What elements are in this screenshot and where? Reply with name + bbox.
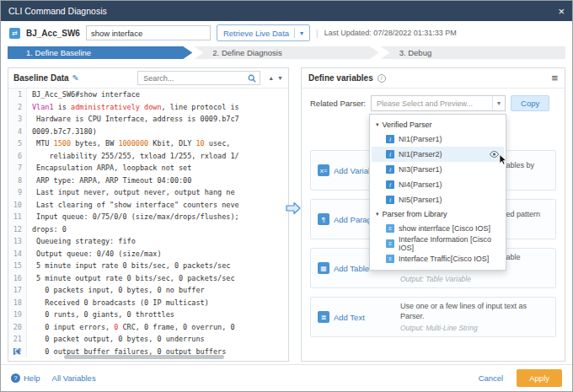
parser-option[interactable]: ≡Interface Traffic[Cisco IOS] [372, 251, 504, 266]
related-parser-placeholder: Please Select and Preview... [377, 99, 473, 108]
step-3[interactable]: 3. Debug [381, 46, 565, 59]
code-line: 2Vlan1 is administratively down, line pr… [8, 101, 288, 114]
close-icon[interactable]: × [558, 6, 565, 17]
help-label: Help [24, 373, 40, 383]
action-card: ≣Add TextUse one or a few lines of input… [310, 297, 556, 337]
parser-option[interactable]: iNI3(Parser1) [372, 162, 504, 177]
add-text-button[interactable]: ≣Add Text [318, 311, 392, 323]
define-variables-header: Define variables i ≡ [302, 68, 565, 89]
help-icon: ? [11, 373, 20, 383]
code-text: 5 minute input rate 0 bits/sec, 0 packet… [27, 260, 230, 272]
define-variables-title: Define variables [308, 73, 373, 83]
wizard-stepper: 1. Define Baseline2. Define Diagnosis3. … [1, 45, 572, 62]
code-line: 9 Last input never, output never, output… [8, 186, 288, 199]
search-nav: ▲ ▼ [268, 75, 283, 81]
parser-option-label: Interface Traffic[Cisco IOS] [399, 255, 489, 263]
code-line: 3 Hardware is CPU Interface, address is … [8, 113, 288, 126]
line-number: 10 [8, 199, 27, 212]
parser-option[interactable]: ≡show interrface [Cisco IOS] [372, 221, 504, 236]
footer: ? Help All Variables Cancel Apply [1, 364, 572, 391]
select-chevron-icon[interactable]: ▾ [492, 96, 505, 110]
cancel-button[interactable]: Cancel [479, 373, 504, 383]
command-input[interactable] [86, 25, 211, 40]
step-2[interactable]: 2. Define Diagnosis [194, 46, 378, 59]
code-line: 10 Last clearing of "show interface" cou… [8, 199, 288, 212]
parser-option[interactable]: iNI4(Parser1) [372, 177, 504, 192]
search-icon[interactable] [248, 74, 256, 83]
code-line: 15 5 minute input rate 0 bits/sec, 0 pac… [8, 260, 288, 272]
code-line: 8 ARP type: ARPA, ARP Timeout 04:00:00 [8, 175, 288, 187]
code-text: Last input never, output never, output h… [27, 186, 235, 199]
menu-icon[interactable]: ≡ [551, 72, 558, 84]
card-description: Use one or a few lines of input text as … [400, 301, 549, 321]
code-line: 21 0 packet output, 0 bytes, 0 underruns [8, 333, 288, 346]
baseline-code-editor[interactable]: 1BJ_Acc_SW6#show interface2Vlan1 is admi… [8, 89, 288, 361]
document-icon: ≡ [386, 255, 394, 263]
eye-icon[interactable] [490, 151, 499, 159]
line-number: 2 [8, 101, 27, 114]
parser-group-header[interactable]: ▾Verified Parser [372, 118, 504, 132]
help-link[interactable]: ? Help [11, 373, 40, 383]
parser-option[interactable]: iNI1(Parser2) [372, 147, 504, 162]
step-1[interactable]: 1. Define Baseline [8, 46, 192, 59]
line-number: 19 [8, 309, 27, 321]
code-line: 5 MTU 1500 bytes, BW 1000000 Kbit, DLY 1… [8, 137, 288, 150]
horizontal-scrollbar[interactable] [64, 355, 224, 359]
device-name: BJ_Acc_SW6 [26, 29, 80, 38]
apply-button[interactable]: Apply [517, 369, 562, 387]
search-input[interactable] [142, 73, 245, 83]
parser-option[interactable]: iNI1(Parser1) [372, 132, 504, 147]
document-icon: ≡ [386, 224, 394, 233]
code-text: Hardware is CPU Interface, address is 00… [27, 113, 239, 126]
last-updated-text: Last Updated: 07/28/2022 01:31:33 PM [324, 29, 457, 37]
code-line: 18 Received 0 broadcasts (0 IP multicast… [8, 297, 288, 309]
line-number: 5 [8, 137, 27, 150]
footer-actions: Cancel Apply [479, 369, 562, 387]
related-parser-dropdown: ▾Verified ParseriNI1(Parser1)iNI1(Parser… [369, 114, 506, 271]
parser-option-label: NI4(Parser1) [399, 180, 442, 189]
info-icon: i [378, 74, 386, 83]
dialog-title: CLI Command Diagnosis [8, 6, 107, 16]
parser-option[interactable]: iNI5(Parser1) [372, 192, 504, 207]
define-variables-body: Related Parser: Please Select and Previe… [302, 89, 565, 361]
line-number: 14 [8, 248, 27, 260]
parser-option-label: NI3(Parser1) [399, 165, 442, 174]
step-label: 3. Debug [399, 48, 432, 57]
line-number: 16 [8, 272, 27, 285]
chevron-down-icon[interactable]: ▾ [300, 30, 303, 37]
next-match-icon[interactable]: ▼ [277, 75, 283, 81]
parser-option[interactable]: ≡Interface Information [Cisco IOS] [372, 236, 504, 251]
code-text: Queueing strategy: fifo [27, 235, 136, 248]
line-number: 18 [8, 297, 27, 309]
code-text: MTU 1500 bytes, BW 1000000 Kbit, DLY 10 … [27, 137, 230, 150]
copy-button[interactable]: Copy [511, 95, 549, 111]
card-output: Output: Multi-Line String [400, 324, 549, 333]
baseline-title: Baseline Data [13, 73, 69, 83]
toolbar-divider: | [316, 29, 319, 38]
retrieve-live-data-button[interactable]: Retrieve Live Data ▾ [217, 24, 310, 41]
parser-option-label: show interrface [Cisco IOS] [399, 224, 490, 233]
related-parser-label: Related Parser: [310, 99, 366, 108]
collapse-left-icon[interactable] [13, 344, 21, 359]
code-text: Last clearing of "show interface" counte… [27, 199, 239, 212]
code-text: Encapsulation ARPA, loopback not set [27, 162, 191, 175]
related-parser-select[interactable]: Please Select and Preview... ▾ [371, 95, 506, 111]
parser-icon: i [386, 180, 394, 189]
code-line: 6 reliability 255/255, txload 1/255, rxl… [8, 150, 288, 163]
code-text: Vlan1 is administratively down, line pro… [27, 101, 239, 114]
edit-pencil-icon[interactable]: ✎ [72, 73, 79, 83]
code-line: 14 Output queue: 0/40 (size/max) [8, 248, 288, 260]
line-number: 11 [8, 211, 27, 223]
baseline-header: Baseline Data ✎ ▲ ▼ [8, 68, 288, 89]
line-number: 9 [8, 186, 27, 199]
prev-match-icon[interactable]: ▲ [268, 75, 274, 81]
transfer-arrow-icon [286, 201, 301, 218]
define-variables-panel: Define variables i ≡ Related Parser: Ple… [301, 67, 565, 362]
all-variables-link[interactable]: All Variables [52, 373, 96, 383]
code-text: 0 input errors, 0 CRC, 0 frame, 0 overru… [27, 321, 235, 334]
line-number: 1 [8, 89, 27, 101]
parser-group-header[interactable]: ▾Parser from Library [372, 207, 504, 221]
line-number: 20 [8, 321, 27, 334]
parser-icon: i [386, 150, 394, 158]
line-number: 6 [8, 150, 27, 163]
